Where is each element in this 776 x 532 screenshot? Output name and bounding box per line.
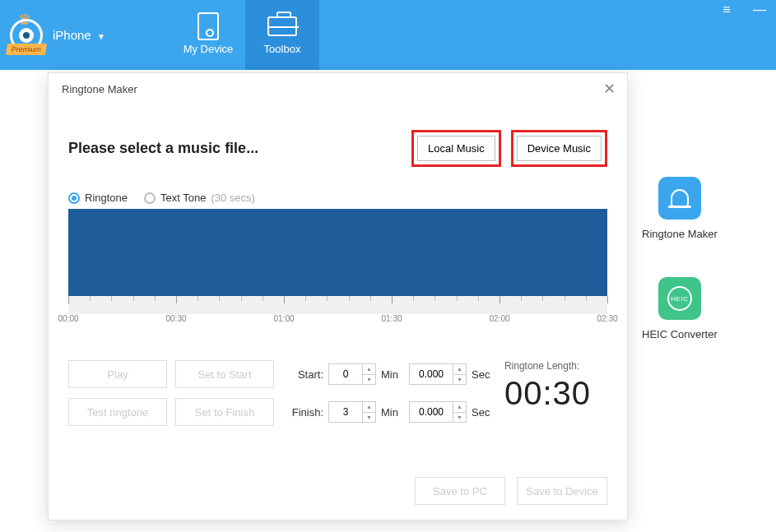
bell-icon	[658, 177, 701, 220]
radio-text-tone-suffix: (30 secs)	[211, 192, 254, 204]
tone-type-group: Ringtone Text Tone(30 secs)	[68, 192, 607, 204]
start-min-stepper[interactable]: ▲▼	[328, 363, 376, 385]
start-min-input[interactable]	[329, 364, 362, 384]
music-source-buttons: Local Music Device Music	[411, 130, 607, 167]
tile-heic-converter[interactable]: HEIC HEIC Converter	[642, 277, 718, 340]
logo-device-area[interactable]: ♛ Premium iPhone ▼	[0, 0, 171, 70]
tile-ringtone-label: Ringtone Maker	[642, 228, 718, 240]
start-sec-input[interactable]	[410, 364, 453, 384]
play-button[interactable]: Play	[68, 360, 167, 388]
app-logo-icon: ♛ Premium	[8, 17, 44, 53]
device-name-label: iPhone	[53, 28, 91, 42]
highlight-box-device: Device Music	[511, 130, 607, 167]
ringtone-length-label: Ringtone Length:	[504, 360, 591, 372]
menu-icon[interactable]: ≡	[710, 0, 743, 20]
briefcase-icon	[267, 15, 297, 38]
start-sec-stepper[interactable]: ▲▼	[409, 363, 467, 385]
nav-toolbox[interactable]: Toolbox	[245, 0, 319, 70]
min-unit-label: Min	[381, 406, 404, 419]
save-to-device-button[interactable]: Save to Device	[517, 477, 607, 505]
sec-unit-label: Sec	[472, 368, 495, 381]
finish-label: Finish:	[286, 406, 323, 419]
window-controls: ≡ —	[710, 0, 776, 70]
device-selector[interactable]: iPhone ▼	[53, 28, 105, 42]
nav-toolbox-label: Toolbox	[264, 43, 301, 55]
test-ringtone-button[interactable]: Test ringtone	[68, 398, 167, 426]
ringtone-length-value: 00:30	[504, 375, 591, 412]
close-icon[interactable]: ✕	[601, 81, 617, 98]
stepper-down-icon[interactable]: ▼	[363, 375, 375, 385]
stepper-down-icon[interactable]: ▼	[453, 413, 466, 423]
radio-ringtone-label: Ringtone	[85, 192, 128, 204]
main-nav: My Device Toolbox	[171, 0, 319, 70]
device-music-button[interactable]: Device Music	[517, 136, 602, 161]
premium-badge: Premium	[6, 44, 47, 55]
toolbox-tiles: Ringtone Maker HEIC HEIC Converter	[642, 177, 718, 377]
stepper-up-icon[interactable]: ▲	[453, 402, 466, 413]
stepper-up-icon[interactable]: ▲	[363, 364, 375, 375]
sec-unit-label: Sec	[472, 406, 495, 419]
tile-heic-label: HEIC Converter	[642, 328, 718, 340]
timeline-label: 02:30	[597, 314, 617, 323]
start-label: Start:	[286, 368, 323, 381]
highlight-box-local: Local Music	[411, 130, 501, 167]
nav-my-device-label: My Device	[184, 43, 234, 55]
stepper-up-icon[interactable]: ▲	[453, 364, 466, 375]
radio-text-tone[interactable]: Text Tone(30 secs)	[144, 192, 255, 204]
timeline-label: 00:00	[58, 314, 78, 323]
radio-ringtone[interactable]: Ringtone	[68, 192, 128, 204]
finish-min-stepper[interactable]: ▲▼	[328, 401, 376, 423]
chevron-down-icon: ▼	[97, 32, 105, 41]
select-music-heading: Please select a music file...	[68, 140, 258, 157]
top-bar: ♛ Premium iPhone ▼ My Device Toolbox ≡ —	[0, 0, 776, 70]
set-to-finish-button[interactable]: Set to Finish	[175, 398, 274, 426]
ringtone-length-block: Ringtone Length: 00:30	[504, 360, 607, 436]
set-to-start-button[interactable]: Set to Start	[175, 360, 274, 388]
min-unit-label: Min	[381, 368, 404, 381]
finish-min-input[interactable]	[329, 402, 362, 422]
heic-icon: HEIC	[658, 277, 701, 320]
radio-text-tone-label: Text Tone	[160, 192, 206, 204]
timeline-label: 01:30	[381, 314, 402, 323]
waveform-area[interactable]	[68, 209, 607, 296]
radio-on-icon	[68, 192, 80, 204]
stepper-down-icon[interactable]: ▼	[363, 413, 375, 423]
finish-sec-stepper[interactable]: ▲▼	[409, 401, 467, 423]
save-to-pc-button[interactable]: Save to PC	[415, 477, 505, 505]
timeline-label: 02:00	[489, 314, 509, 323]
local-music-button[interactable]: Local Music	[417, 136, 495, 161]
finish-sec-input[interactable]	[410, 402, 453, 422]
tablet-icon	[193, 15, 223, 38]
stepper-down-icon[interactable]: ▼	[453, 375, 466, 385]
timeline-label: 01:00	[273, 314, 294, 323]
minimize-icon[interactable]: —	[743, 0, 776, 20]
dialog-title: Ringtone Maker	[49, 73, 627, 105]
heic-badge-label: HEIC	[667, 286, 692, 311]
tile-ringtone-maker[interactable]: Ringtone Maker	[642, 177, 718, 240]
timeline-label: 00:30	[165, 314, 186, 323]
timeline-labels: 00:0000:3001:0001:3002:0002:30	[68, 314, 607, 327]
stepper-up-icon[interactable]: ▲	[363, 402, 375, 413]
timeline-ruler[interactable]	[68, 296, 607, 314]
ringtone-maker-dialog: Ringtone Maker ✕ Please select a music f…	[48, 72, 628, 520]
radio-off-icon	[144, 192, 156, 204]
nav-my-device[interactable]: My Device	[171, 0, 245, 70]
